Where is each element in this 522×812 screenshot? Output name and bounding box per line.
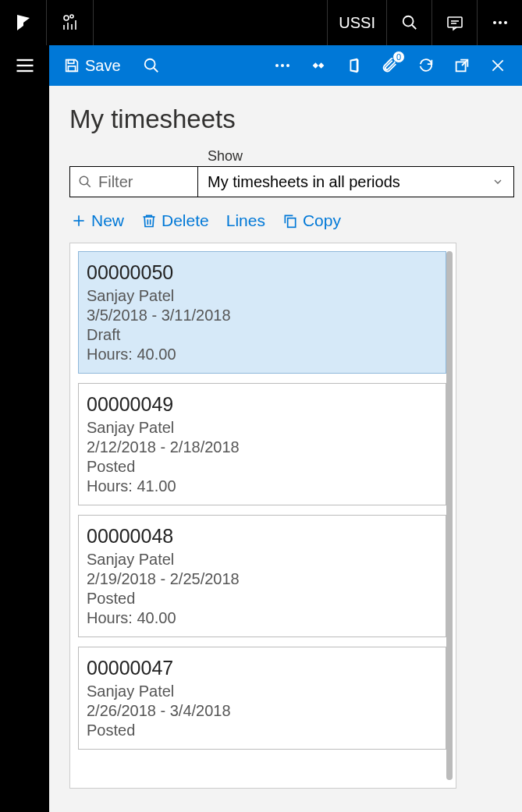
timesheet-name: Sanjay Patel [87,683,438,700]
filter-search-icon [78,175,92,189]
office-icon[interactable] [336,48,372,83]
timesheet-period: 2/26/2018 - 3/4/2018 [87,702,438,720]
svg-point-22 [281,64,284,67]
svg-point-19 [144,59,154,69]
timesheet-status: Posted [87,590,438,608]
company-selector[interactable]: USSI [327,0,386,45]
settings-chart-icon[interactable] [47,0,94,45]
svg-line-31 [87,183,91,187]
timesheet-name: Sanjay Patel [87,551,438,569]
timesheet-id: 00000049 [87,393,438,416]
filter-row: Filter Show My timesheets in all periods [69,148,522,197]
svg-point-6 [403,16,413,27]
action-bar: Save 0 [49,45,522,86]
svg-rect-36 [288,218,296,228]
scrollbar[interactable] [446,251,453,780]
delete-label: Delete [162,211,209,230]
timesheet-hours: Hours: 41.00 [87,477,438,495]
svg-line-20 [153,68,158,73]
top-bar-left [0,0,94,45]
lines-button[interactable]: Lines [226,211,265,230]
timesheet-name: Sanjay Patel [87,287,438,305]
svg-marker-25 [318,62,324,68]
svg-point-0 [64,16,69,20]
refresh-icon[interactable] [408,48,444,83]
body-row: Save 0 [0,45,522,812]
page: My timesheets Filter Show My timesheets … [49,86,522,812]
hamburger-icon[interactable] [14,55,36,812]
svg-line-7 [411,25,416,30]
new-label: New [91,211,124,230]
content-area: Save 0 [49,45,522,812]
timesheet-status: Draft [87,326,438,344]
timesheet-period: 3/5/2018 - 3/11/2018 [87,307,438,324]
timesheet-period: 2/12/2018 - 2/18/2018 [87,438,438,456]
timesheet-name: Sanjay Patel [87,419,438,437]
trash-icon [141,213,157,229]
timesheet-card[interactable]: 00000050Sanjay Patel3/5/2018 - 3/11/2018… [78,251,446,374]
copy-label: Copy [303,211,341,230]
timesheet-id: 00000050 [87,261,438,284]
timesheet-period: 2/19/2018 - 2/25/2018 [87,570,438,588]
svg-point-13 [504,21,507,24]
show-label: Show [208,148,514,165]
timesheet-hours: Hours: 40.00 [87,609,438,627]
save-button[interactable]: Save [55,52,129,80]
dynamics-logo[interactable] [0,0,47,45]
timesheet-list: 00000050Sanjay Patel3/5/2018 - 3/11/2018… [69,243,456,789]
svg-point-30 [80,176,88,185]
filter-input[interactable]: Filter [69,166,198,197]
top-bar: USSI [0,0,522,45]
timesheet-id: 00000047 [87,657,438,679]
new-button[interactable]: New [71,211,124,230]
attachment-icon[interactable]: 0 [372,48,408,83]
timesheet-card[interactable]: 00000049Sanjay Patel2/12/2018 - 2/18/201… [78,383,446,505]
svg-marker-24 [313,62,318,68]
plus-icon [71,213,87,229]
top-bar-right: USSI [327,0,522,45]
svg-point-21 [275,64,279,67]
attachment-badge: 0 [392,51,405,63]
chevron-down-icon [492,176,504,188]
timesheet-list-inner[interactable]: 00000050Sanjay Patel3/5/2018 - 3/11/2018… [78,251,448,780]
svg-point-11 [493,21,496,24]
timesheet-hours: Hours: 40.00 [87,346,438,363]
nav-strip [0,45,49,812]
related-icon[interactable] [300,48,336,83]
lines-label: Lines [226,211,265,230]
popout-icon[interactable] [444,48,480,83]
timesheet-status: Posted [87,722,438,739]
list-toolbar: New Delete Lines Copy [69,211,522,230]
show-wrap: Show My timesheets in all periods [198,148,514,197]
timesheet-id: 00000048 [87,525,438,548]
action-more-icon[interactable] [265,48,300,83]
copy-icon [282,213,298,229]
show-select[interactable]: My timesheets in all periods [198,166,514,197]
svg-rect-17 [68,60,73,64]
page-title: My timesheets [69,105,522,134]
save-label: Save [85,57,121,75]
more-icon[interactable] [477,0,522,45]
svg-point-12 [499,21,502,24]
filter-placeholder: Filter [98,173,133,191]
svg-rect-8 [448,17,462,27]
close-icon[interactable] [480,48,516,83]
timesheet-card[interactable]: 00000048Sanjay Patel2/19/2018 - 2/25/201… [78,515,446,637]
save-icon [63,57,80,74]
show-value: My timesheets in all periods [208,173,400,191]
delete-button[interactable]: Delete [141,211,209,230]
svg-rect-18 [68,66,75,71]
search-icon[interactable] [386,0,431,45]
timesheet-card[interactable]: 00000047Sanjay Patel2/26/2018 - 3/4/2018… [78,647,446,750]
svg-point-23 [286,64,289,67]
svg-point-1 [70,15,73,18]
copy-button[interactable]: Copy [282,211,341,230]
action-search-icon[interactable] [143,57,160,74]
messages-icon[interactable] [431,0,477,45]
timesheet-status: Posted [87,458,438,476]
